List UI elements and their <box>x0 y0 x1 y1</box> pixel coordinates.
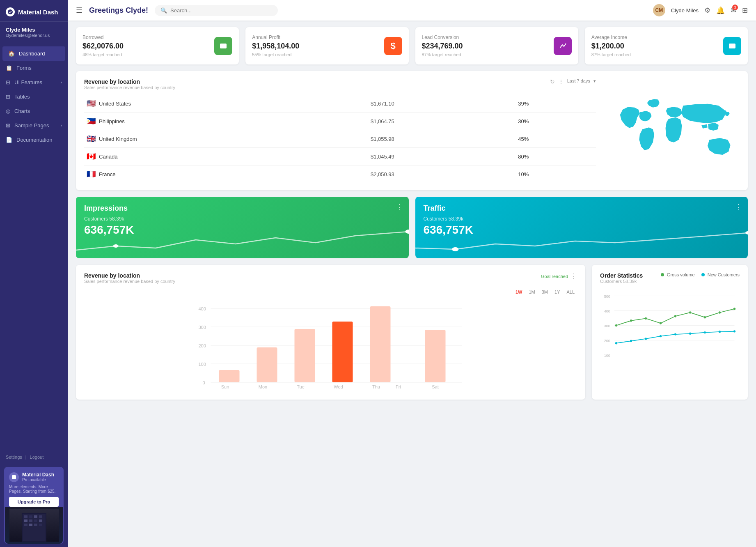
nav-label-dashboard: Dashboard <box>19 51 45 57</box>
nav-item-documentation[interactable]: 📄 Documentation <box>0 133 68 147</box>
svg-point-68 <box>719 311 721 313</box>
ui-features-icon: ⊞ <box>6 79 10 85</box>
svg-text:Fri: Fri <box>396 384 401 389</box>
filter-all[interactable]: ALL <box>564 289 577 295</box>
nav-label-charts: Charts <box>14 108 30 114</box>
stat-value-profit: $1,958,104.00 <box>252 42 384 51</box>
filter-1w[interactable]: 1W <box>513 289 525 295</box>
menu-icon[interactable]: ☰ <box>76 6 82 15</box>
impressions-label: Impressions <box>84 204 401 213</box>
dashboard-icon: 🏠 <box>8 51 15 57</box>
order-stats-card: Order Statistics Customers 58.39k Gross … <box>592 265 748 400</box>
revenue-title: Revenue by location <box>84 78 175 85</box>
table-row: 🇵🇭 Philippines $1,064.75 30% <box>84 113 596 130</box>
svg-point-63 <box>645 317 647 319</box>
stat-icon-conversion <box>554 37 572 55</box>
sidebar-nav: 🏠 Dashboard 📋 Forms ⊞ UI Features › ⊟ Ta… <box>0 43 68 450</box>
filter-1m[interactable]: 1M <box>526 289 537 295</box>
stat-icon-borrowed <box>214 37 232 55</box>
svg-rect-5 <box>24 515 27 518</box>
nav-item-sample-pages[interactable]: ⊠ Sample Pages › <box>0 118 68 133</box>
nav-item-tables[interactable]: ⊟ Tables <box>0 90 68 104</box>
svg-point-75 <box>689 333 691 335</box>
filter-3m[interactable]: 3M <box>539 289 550 295</box>
stat-card-conversion: Lead Conversion $234,769.00 87% target r… <box>415 27 578 64</box>
stat-label-profit: Annual Profit <box>252 34 384 40</box>
upgrade-button[interactable]: Upgrade to Pro <box>9 497 59 507</box>
svg-rect-41 <box>332 322 353 382</box>
chevron-down-icon[interactable]: ▾ <box>593 78 596 85</box>
svg-rect-18 <box>221 45 225 46</box>
logo-text: Material Dash <box>18 9 58 16</box>
nav-item-forms[interactable]: 📋 Forms <box>0 61 68 75</box>
stat-icon-income <box>723 37 741 55</box>
svg-text:400: 400 <box>199 306 206 311</box>
sidebar-footer: Settings | Logout <box>0 450 68 464</box>
traffic-card: ⋮ Traffic Customers 58.39k 636,757K <box>415 197 748 258</box>
country-name: France <box>99 171 115 177</box>
bar-chart-more-icon[interactable]: ⋮ <box>570 272 577 280</box>
filter-1y[interactable]: 1Y <box>552 289 562 295</box>
legend-gross: Gross volume <box>661 272 695 277</box>
svg-text:Sun: Sun <box>221 384 229 389</box>
order-stats-title: Order Statistics <box>600 272 643 279</box>
promo-description: More elements. More Pages. Starting from… <box>9 485 59 494</box>
table-row: 🇫🇷 France $2,050.93 10% <box>84 165 596 183</box>
svg-rect-1 <box>12 475 16 479</box>
stat-card-income: Average Income $1,200.00 87% target reac… <box>585 27 748 64</box>
stat-value-conversion: $234,769.00 <box>422 42 554 51</box>
bar-chart-area: 400 300 200 100 0 <box>84 300 577 392</box>
percentage-cell: 80% <box>515 148 596 165</box>
charts-icon: ◎ <box>6 108 10 114</box>
svg-rect-43 <box>425 330 446 382</box>
metrics-grid: ⋮ Impressions Customers 58.39k 636,757K … <box>76 197 748 258</box>
country-name: United Kingdom <box>99 136 137 142</box>
legend-new: New Customers <box>701 272 740 277</box>
country-cell: 🇨🇦 Canada <box>84 148 368 165</box>
user-email: clydemiles@elenor.us <box>6 33 62 38</box>
stat-info-income: Average Income $1,200.00 87% target reac… <box>591 34 723 57</box>
new-dot <box>701 273 705 276</box>
stat-value-income: $1,200.00 <box>591 42 723 51</box>
grid-icon[interactable]: ⊞ <box>742 6 748 15</box>
svg-rect-8 <box>39 515 42 518</box>
traffic-label: Traffic <box>424 204 740 213</box>
sample-pages-icon: ⊠ <box>6 122 10 129</box>
date-filter[interactable]: Last 7 days <box>567 78 590 85</box>
logout-link[interactable]: Logout <box>30 455 44 460</box>
svg-point-78 <box>733 330 735 332</box>
promo-box: Material Dash Pro available More element… <box>4 467 64 544</box>
nav-item-ui-features[interactable]: ⊞ UI Features › <box>0 75 68 90</box>
svg-point-25 <box>405 230 408 234</box>
impressions-more-icon[interactable]: ⋮ <box>396 202 403 211</box>
content-area: Borrowed $62,0076.00 48% target reached … <box>68 21 756 406</box>
stat-target-borrowed: 48% target reached <box>82 52 214 57</box>
svg-text:100: 100 <box>199 362 206 367</box>
revenue-subtitle: Sales performance revenue based by count… <box>84 85 175 90</box>
svg-rect-19 <box>221 46 224 47</box>
footer-separator: | <box>25 455 27 460</box>
table-row: 🇺🇸 United States $1,671.10 39% <box>84 95 596 113</box>
order-stats-legend: Gross volume New Customers <box>661 272 740 277</box>
svg-point-61 <box>615 324 617 326</box>
settings-icon[interactable]: ⚙ <box>704 6 710 15</box>
nav-item-dashboard[interactable]: 🏠 Dashboard <box>2 46 65 61</box>
impressions-chart <box>76 225 409 258</box>
search-input[interactable] <box>170 7 272 14</box>
refresh-icon[interactable]: ↻ <box>550 78 555 85</box>
svg-rect-11 <box>34 519 37 522</box>
svg-text:Thu: Thu <box>372 384 380 389</box>
amount-cell: $1,045.49 <box>368 148 515 165</box>
search-box[interactable]: 🔍 <box>155 5 278 16</box>
svg-point-65 <box>674 315 676 317</box>
notifications-icon[interactable]: 🔔 <box>716 6 725 15</box>
settings-link[interactable]: Settings <box>6 455 22 460</box>
nav-item-charts[interactable]: ◎ Charts <box>0 104 68 118</box>
mail-icon[interactable]: ✉ 3 <box>731 6 736 15</box>
amount-cell: $2,050.93 <box>368 165 515 183</box>
traffic-customers: Customers 58.39k <box>424 216 740 222</box>
traffic-more-icon[interactable]: ⋮ <box>735 202 742 211</box>
order-stats-chart: 500 400 300 200 100 <box>600 290 740 364</box>
more-icon[interactable]: ⋮ <box>558 78 564 85</box>
svg-rect-6 <box>29 515 32 518</box>
